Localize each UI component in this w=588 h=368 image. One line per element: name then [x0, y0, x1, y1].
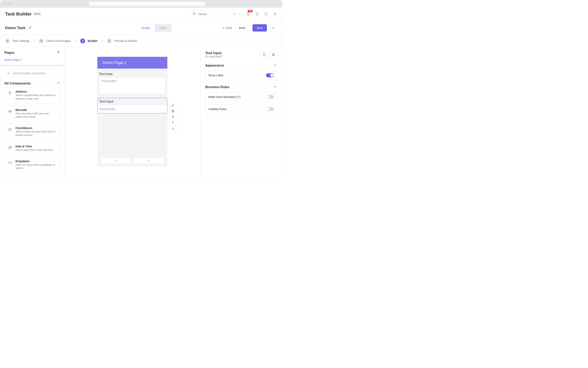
chevron-right-icon: [74, 39, 77, 43]
search-input[interactable]: Search builder component: [4, 69, 60, 77]
move-up-button[interactable]: [171, 120, 175, 125]
svg-rect-20: [172, 110, 174, 112]
url-bar[interactable]: [89, 2, 205, 6]
textarea-block[interactable]: Text Area Placeholder: [97, 69, 167, 94]
tab-design[interactable]: Design: [137, 24, 155, 32]
element-toolbar: [169, 102, 176, 132]
toggle-visibility[interactable]: [266, 107, 274, 111]
page-item[interactable]: Demo Page 1: [4, 56, 60, 63]
svg-rect-21: [172, 110, 173, 112]
component-title: Address: [16, 90, 57, 93]
svg-point-5: [267, 13, 268, 13]
pages-heading: Pages: [4, 51, 14, 55]
component-desc: Search Google Maps and capture an addres…: [16, 94, 57, 101]
back-button[interactable]: Back: [235, 24, 250, 32]
hints-icon[interactable]: 780: [246, 12, 250, 16]
step-label: Task Settings: [12, 39, 29, 43]
section-appearance: Appearance: [205, 64, 224, 67]
svg-point-10: [266, 15, 266, 15]
chevron-up-icon[interactable]: [56, 81, 60, 86]
tab-json[interactable]: JSON: [155, 24, 171, 32]
traffic-zoom[interactable]: [11, 3, 13, 5]
inspector-delete-button[interactable]: [261, 51, 268, 58]
add-page-button[interactable]: [56, 50, 60, 55]
step-builder[interactable]: 3 Builder: [80, 38, 97, 43]
prop-visibility: Visibility Rules: [205, 104, 277, 114]
step-preview[interactable]: 4 Preview & Publish: [107, 38, 137, 43]
component-title: Date & Time: [16, 145, 53, 148]
svg-rect-19: [9, 162, 11, 164]
search-placeholder: Search builder component: [13, 72, 46, 75]
components-heading: All Components: [4, 82, 31, 85]
calendar-clock-icon: [7, 145, 13, 150]
prop-mandatory: Make Input Mandatory (*): [205, 92, 277, 101]
move-down-button[interactable]: [171, 126, 175, 130]
prev-page-button[interactable]: [101, 158, 131, 164]
component-checkboxes[interactable]: Checkboxes Select multiple answers from …: [4, 124, 60, 140]
app-title: Task Builder BETA: [5, 11, 42, 17]
svg-point-8: [267, 14, 268, 14]
next-page-button[interactable]: [134, 158, 164, 164]
barcode-icon: [7, 109, 13, 114]
chevron-right-icon: [32, 39, 36, 43]
dropdown-icon: [7, 160, 13, 165]
inspector-duplicate-button[interactable]: [270, 51, 277, 58]
prop-label: Make Input Mandatory (*): [208, 95, 241, 99]
textinput-block-selected[interactable]: Text Input Placeholder: [97, 98, 167, 113]
apps-grid-icon[interactable]: [264, 12, 268, 16]
edit-icon[interactable]: [28, 26, 32, 30]
step-label: Check-in/out Pages: [46, 39, 71, 43]
chevron-up-icon[interactable]: [273, 63, 277, 68]
step-label: Preview & Publish: [114, 39, 137, 43]
branch-dropdown[interactable]: Master: [190, 10, 239, 18]
bell-icon[interactable]: [255, 12, 259, 16]
view-toggle: Design JSON: [137, 24, 171, 32]
left-panel: Pages Demo Page 1 Search builder compone…: [0, 47, 65, 177]
svg-point-4: [266, 13, 266, 13]
traffic-minimize[interactable]: [7, 3, 9, 5]
component-desc: Scan barcode or QR code and capture the …: [16, 112, 57, 119]
topbar: Task Builder BETA Master 780: [0, 8, 282, 20]
svg-rect-22: [273, 54, 274, 56]
user-icon[interactable]: [273, 12, 277, 16]
svg-point-11: [267, 15, 268, 15]
component-dropdown[interactable]: Dropdown Select an option from a dropdow…: [4, 157, 60, 173]
svg-point-6: [265, 14, 265, 14]
stepper: 1 Task Settings 2 Check-in/out Pages 3 B…: [0, 35, 282, 47]
toggle-mandatory[interactable]: [266, 95, 274, 99]
svg-rect-23: [272, 54, 274, 55]
delete-element-button[interactable]: [171, 115, 175, 119]
component-title: Checkboxes: [16, 126, 57, 130]
step-num: 3: [80, 38, 85, 43]
pin-icon: [7, 90, 13, 96]
svg-point-9: [265, 15, 265, 15]
component-barcode[interactable]: Barcode Scan barcode or QR code and capt…: [4, 106, 60, 121]
notification-count: 780: [248, 10, 253, 12]
step-num: 2: [39, 38, 44, 43]
next-button[interactable]: Next: [252, 24, 267, 32]
component-title: Dropdown: [16, 160, 57, 163]
toggle-show-label[interactable]: [266, 73, 274, 77]
duplicate-element-button[interactable]: [171, 109, 175, 113]
component-datetime[interactable]: Date & Time Input a date, time or date a…: [4, 142, 60, 155]
close-button[interactable]: [270, 24, 277, 32]
component-address[interactable]: Address Search Google Maps and capture a…: [4, 87, 60, 103]
svg-point-7: [266, 14, 266, 14]
prop-show-label: Show Label: [205, 71, 277, 80]
textarea-label: Text Area: [97, 71, 167, 77]
component-desc: Input a date, time or date and time: [16, 148, 53, 152]
branch-icon: [193, 12, 196, 16]
step-checkin[interactable]: 2 Check-in/out Pages: [39, 38, 71, 43]
task-header: Demo Task Design JSON Draft Back Next: [0, 20, 282, 35]
textinput-label: Text Input: [98, 98, 167, 105]
inspector: Text Input ID: input130e47 Appearance Sh…: [200, 47, 282, 177]
search-icon: [7, 71, 10, 75]
component-desc: Select an option from a dropdown of opti…: [16, 163, 57, 170]
traffic-close[interactable]: [3, 3, 5, 5]
chevron-up-icon[interactable]: [273, 85, 277, 89]
edit-element-button[interactable]: [171, 103, 175, 108]
svg-point-12: [274, 13, 276, 14]
component-title: Barcode: [16, 108, 57, 111]
page-title: Demo Page 1: [97, 57, 167, 69]
step-task-settings[interactable]: 1 Task Settings: [5, 38, 29, 43]
